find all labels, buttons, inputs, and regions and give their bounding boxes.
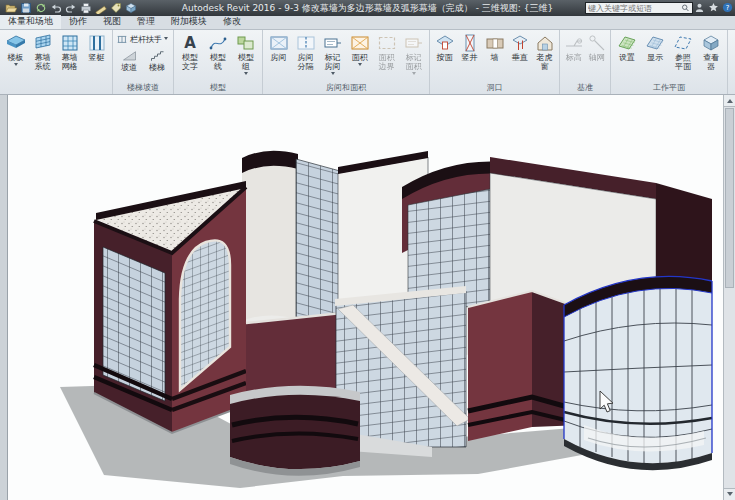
curved-curtain-wall-selected[interactable]: [564, 276, 712, 470]
open-file-icon[interactable]: [5, 2, 17, 14]
button-dormer-opening[interactable]: 老虎窗: [532, 32, 557, 71]
vertical-scrollbar[interactable]: [723, 95, 735, 500]
button-shaft-opening[interactable]: 竖井: [457, 32, 482, 62]
left-wing-walls[interactable]: [94, 181, 246, 433]
model-text-icon: A: [180, 33, 200, 53]
button-model-group[interactable]: 模型组: [232, 32, 260, 77]
print-icon[interactable]: [80, 2, 92, 14]
viewer-icon: [701, 33, 721, 53]
ribbon: 楼板 幕墙系统 幕墙网格 竖梃: [0, 30, 735, 95]
tag-icon[interactable]: [110, 2, 122, 14]
button-vertical-opening[interactable]: 垂直: [507, 32, 532, 62]
panel-build: 楼板 幕墙系统 幕墙网格 竖梃: [0, 30, 113, 94]
dormer-opening-icon: [535, 33, 555, 53]
curved-wall-tower[interactable]: [242, 151, 340, 323]
measure-icon[interactable]: [95, 2, 107, 14]
scroll-down-button[interactable]: [724, 488, 735, 500]
panel-label: 洞口: [430, 82, 559, 94]
arrow-up-icon: [727, 96, 733, 103]
titlebar-icons: ?: [694, 2, 733, 13]
panel-label: 工作平面: [611, 82, 727, 94]
ramp-icon: [122, 48, 137, 63]
ribbon-tab-bar: 体量和场地 协作 视图 管理 附加模块 修改: [0, 16, 735, 30]
button-show-workplane[interactable]: 显示: [641, 32, 669, 62]
button-model-text[interactable]: A 模型文字: [176, 32, 204, 71]
button-curtain-grid[interactable]: 幕墙网格: [56, 32, 83, 71]
panel-datum: 标高 轴网 基准: [560, 30, 611, 94]
area-icon: [350, 33, 370, 53]
infocenter-search: [585, 2, 693, 14]
show-workplane-icon: [645, 33, 665, 53]
tab-view[interactable]: 视图: [95, 15, 129, 29]
left-edge-strip: [0, 95, 8, 500]
ref-plane-icon: [673, 33, 693, 53]
button-tag-area[interactable]: 标记面积: [400, 32, 427, 77]
button-ramp[interactable]: 坡道: [115, 46, 143, 72]
save-icon[interactable]: [20, 2, 32, 14]
panel-model: A 模型文字 模型线 模型组 模型: [174, 30, 263, 94]
button-railing[interactable]: 栏杆扶手: [115, 32, 171, 46]
tab-manage[interactable]: 管理: [129, 15, 163, 29]
scrollbar-thumb[interactable]: [725, 108, 734, 288]
svg-text:?: ?: [726, 4, 730, 12]
sign-in-icon[interactable]: [694, 2, 705, 13]
panel-label: [0, 82, 112, 94]
button-level[interactable]: 标高: [562, 32, 585, 62]
panel-room-area: 房间 房间分隔 标记房间 面积 面积边界: [263, 30, 430, 94]
floor-icon: [6, 33, 26, 53]
tab-massing-site[interactable]: 体量和场地: [0, 15, 61, 29]
panel-stairs-ramps: 栏杆扶手 坡道 楼梯 楼梯坡道: [113, 30, 174, 94]
arrow-down-icon: [727, 492, 733, 499]
panel-label: 模型: [174, 82, 262, 94]
undo-icon[interactable]: [50, 2, 62, 14]
button-floor[interactable]: 楼板: [2, 32, 29, 68]
button-viewer[interactable]: 查看器: [697, 32, 725, 71]
button-area[interactable]: 面积: [346, 32, 373, 68]
button-set-workplane[interactable]: 设置: [613, 32, 641, 62]
button-room[interactable]: 房间: [265, 32, 292, 62]
tab-modify[interactable]: 修改: [215, 15, 249, 29]
redo-icon[interactable]: [65, 2, 77, 14]
button-grid[interactable]: 轴网: [585, 32, 608, 62]
quick-access-toolbar: [0, 2, 142, 14]
panel-opening: 按面 竖井 墙 垂直 老虎窗 洞口: [430, 30, 560, 94]
default-3d-view-icon[interactable]: [125, 2, 137, 14]
search-input[interactable]: [588, 4, 679, 13]
chevron-down-icon: [331, 72, 335, 77]
button-wall-opening[interactable]: 墙: [482, 32, 507, 62]
button-area-boundary[interactable]: 面积边界: [373, 32, 400, 71]
front-curved-base-wall[interactable]: [230, 386, 360, 476]
curtain-system-icon: [33, 33, 53, 53]
button-room-separator[interactable]: 房间分隔: [292, 32, 319, 71]
revit-window: Autodesk Revit 2016 - 9-3 修改幕墙为多边形幕墙及弧形幕…: [0, 0, 735, 500]
svg-text:A: A: [184, 34, 196, 52]
model-group-icon: [236, 33, 256, 53]
scroll-up-button[interactable]: [724, 95, 735, 107]
button-tag-room[interactable]: 标记房间: [319, 32, 346, 77]
mullion-icon: [87, 33, 107, 53]
button-ref-plane[interactable]: 参照平面: [669, 32, 697, 71]
tab-collaborate[interactable]: 协作: [61, 15, 95, 29]
button-opening-by-face[interactable]: 按面: [432, 32, 457, 62]
button-model-line[interactable]: 模型线: [204, 32, 232, 71]
help-icon[interactable]: ?: [722, 2, 733, 13]
drawing-area[interactable]: [8, 95, 723, 500]
chevron-down-icon: [244, 72, 248, 77]
set-workplane-icon: [617, 33, 637, 53]
chevron-down-icon: [358, 63, 362, 68]
grid-icon: [587, 33, 607, 53]
chevron-down-icon: [164, 37, 168, 42]
favorites-icon[interactable]: [708, 2, 719, 13]
wall-opening-icon: [485, 33, 505, 53]
model-line-icon: [208, 33, 228, 53]
room-separator-icon: [296, 33, 316, 53]
tab-addins[interactable]: 附加模块: [163, 15, 215, 29]
search-icon[interactable]: [681, 3, 690, 13]
model-viewport[interactable]: [8, 95, 723, 500]
sync-icon[interactable]: [35, 2, 47, 14]
button-mullion[interactable]: 竖梃: [83, 32, 110, 62]
button-curtain-system[interactable]: 幕墙系统: [29, 32, 56, 71]
panel-label: 基准: [560, 82, 610, 94]
button-stair[interactable]: 楼梯: [143, 46, 171, 72]
vertical-opening-icon: [510, 33, 530, 53]
